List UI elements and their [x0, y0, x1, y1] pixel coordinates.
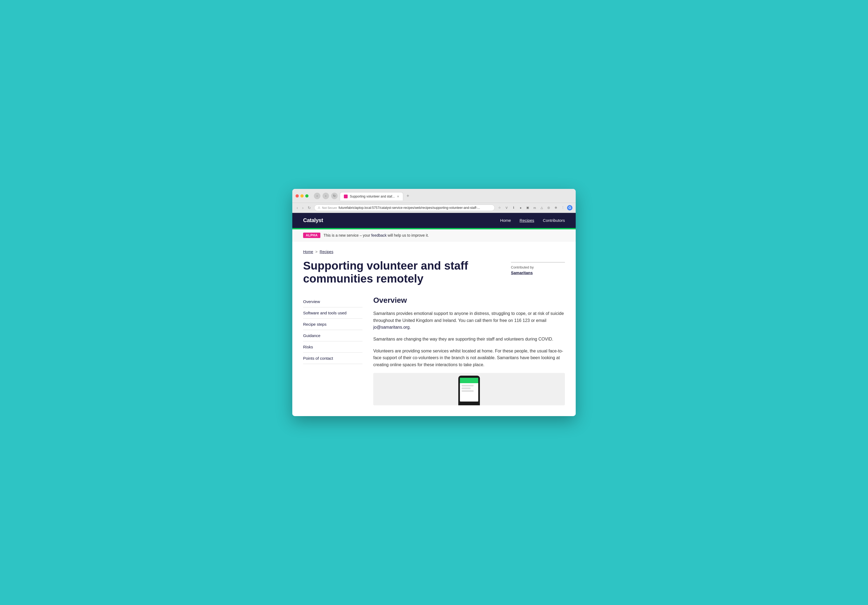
back-nav-button[interactable]: ‹ — [296, 205, 299, 210]
breadcrumb-separator: > — [315, 250, 318, 254]
two-col-layout: Overview Software and tools used Recipe … — [303, 296, 565, 405]
contributed-by-label: Contributed by — [511, 265, 565, 269]
sidebar-link-contact[interactable]: Points of contact — [303, 353, 363, 364]
close-button[interactable] — [296, 194, 299, 198]
section-title: Overview — [373, 296, 565, 305]
url-text: futurefabriclaptop.local:5757/catalyst-s… — [338, 206, 480, 210]
breadcrumb-home[interactable]: Home — [303, 250, 313, 254]
site-nav: Catalyst Home Recipes Contributors — [292, 213, 576, 228]
forward-nav-button[interactable]: › — [301, 205, 305, 210]
phone-screen-header — [460, 378, 478, 383]
nav-contributors[interactable]: Contributors — [543, 218, 565, 223]
nav-home[interactable]: Home — [500, 218, 511, 223]
forward-button[interactable]: › — [322, 193, 329, 199]
address-bar-row: ‹ › ↻ ⚠ Not Secure futurefabriclaptop.lo… — [292, 203, 576, 213]
phone-line-2 — [462, 387, 471, 389]
plugin-icon-6[interactable]: ⊕ — [553, 205, 558, 210]
plugin-icon-3[interactable]: m — [532, 205, 537, 210]
tab-close-icon[interactable]: × — [397, 194, 399, 199]
sidebar-item-guidance: Guidance — [303, 330, 363, 341]
page-title-area: Supporting volunteer and staff communiti… — [303, 259, 500, 286]
feedback-link[interactable]: feedback — [371, 233, 386, 237]
page-title: Supporting volunteer and staff communiti… — [303, 259, 500, 286]
contributed-box: Contributed by Samaritans — [511, 259, 565, 286]
security-icon: ⚠ — [318, 206, 320, 209]
maximize-button[interactable] — [305, 194, 308, 198]
site-nav-links: Home Recipes Contributors — [500, 218, 565, 223]
article: Overview Samaritans provides emotional s… — [373, 296, 565, 405]
sidebar-link-overview[interactable]: Overview — [303, 296, 363, 307]
contributor-name[interactable]: Samaritans — [511, 271, 533, 275]
paragraph-2: Samaritans are changing the way they are… — [373, 336, 565, 343]
star-icon[interactable]: ☆ — [497, 205, 502, 210]
sidebar-item-recipe-steps: Recipe steps — [303, 319, 363, 330]
page-header: Supporting volunteer and staff communiti… — [303, 259, 565, 286]
phone-screen — [460, 378, 478, 402]
page-content: Catalyst Home Recipes Contributors ALPHA… — [292, 213, 576, 416]
back-button[interactable]: ‹ — [314, 193, 320, 199]
plugin-icon-2[interactable]: ▣ — [525, 205, 530, 210]
menu-icon[interactable]: ⋮ — [560, 205, 566, 210]
sidebar-item-software: Software and tools used — [303, 307, 363, 319]
phone-line-3 — [462, 390, 474, 392]
sidebar-item-risks: Risks — [303, 341, 363, 353]
sidebar-link-guidance[interactable]: Guidance — [303, 330, 363, 341]
phone-line-1 — [462, 385, 474, 387]
sidebar-item-overview: Overview — [303, 296, 363, 307]
active-tab[interactable]: Supporting volunteer and staf... × — [340, 192, 403, 201]
minimize-button[interactable] — [301, 194, 304, 198]
extensions-icon[interactable]: V — [504, 205, 509, 210]
breadcrumb-current[interactable]: Recipes — [319, 250, 333, 254]
browser-controls: ‹ › ↻ Supporting volunteer and staf... ×… — [296, 192, 572, 201]
phone-mockup — [458, 376, 480, 405]
tab-title: Supporting volunteer and staf... — [350, 195, 395, 198]
article-image — [373, 373, 565, 405]
sidebar-link-software[interactable]: Software and tools used — [303, 307, 363, 319]
plugin-icon-1[interactable]: ● — [518, 205, 523, 210]
breadcrumb: Home > Recipes — [303, 250, 565, 254]
browser-toolbar-icons: ☆ V ℹ ● ▣ m △ ◎ ⊕ ⋮ G — [497, 205, 572, 210]
site-logo: Catalyst — [303, 217, 323, 223]
main-content: Home > Recipes Supporting volunteer and … — [292, 241, 576, 416]
sidebar-item-contact: Points of contact — [303, 353, 363, 364]
sidebar-link-risks[interactable]: Risks — [303, 341, 363, 353]
tab-bar: Supporting volunteer and staf... × + — [340, 192, 412, 201]
user-avatar[interactable]: G — [567, 205, 572, 210]
phone-screen-lines — [460, 383, 478, 395]
sidebar-link-recipe-steps[interactable]: Recipe steps — [303, 319, 363, 330]
address-bar[interactable]: ⚠ Not Secure futurefabriclaptop.local:57… — [314, 204, 495, 211]
traffic-lights — [296, 194, 308, 198]
paragraph-1: Samaritans provides emotional support to… — [373, 310, 565, 331]
security-label: Not Secure — [322, 206, 337, 209]
email-link[interactable]: jo@samaritans.org — [373, 325, 410, 330]
browser-nav: ‹ › ↻ — [314, 193, 338, 199]
sidebar: Overview Software and tools used Recipe … — [303, 296, 363, 405]
info-icon[interactable]: ℹ — [511, 205, 516, 210]
reload-button[interactable]: ↻ — [331, 193, 338, 199]
alpha-banner: ALPHA This is a new service – your feedb… — [292, 229, 576, 241]
paragraph-3: Volunteers are providing some services w… — [373, 348, 565, 368]
contributed-divider — [511, 262, 565, 263]
reload-nav-button[interactable]: ↻ — [307, 205, 312, 210]
alpha-text: This is a new service – your feedback wi… — [324, 233, 429, 237]
alpha-badge: ALPHA — [303, 233, 320, 238]
sidebar-nav: Overview Software and tools used Recipe … — [303, 296, 363, 364]
nav-recipes[interactable]: Recipes — [519, 218, 534, 223]
browser-window: ‹ › ↻ Supporting volunteer and staf... ×… — [292, 189, 576, 416]
plugin-icon-5[interactable]: ◎ — [546, 205, 552, 210]
plugin-icon-4[interactable]: △ — [539, 205, 544, 210]
new-tab-button[interactable]: + — [404, 192, 412, 201]
browser-titlebar: ‹ › ↻ Supporting volunteer and staf... ×… — [292, 189, 576, 203]
tab-favicon — [344, 195, 348, 198]
